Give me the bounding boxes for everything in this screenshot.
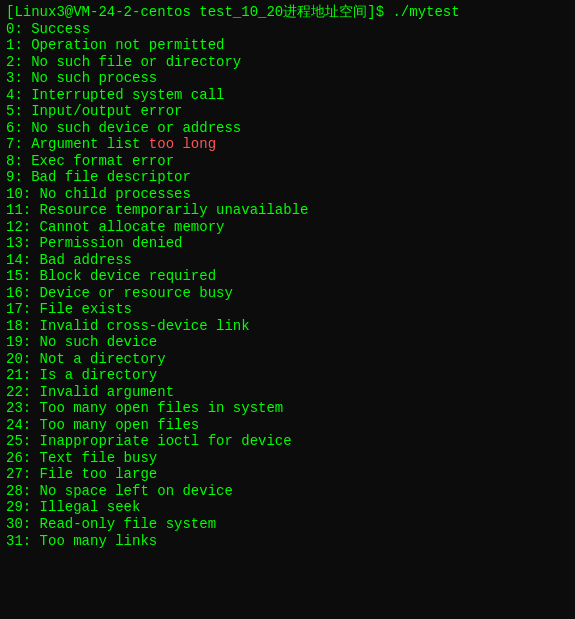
terminal-line: 4: Interrupted system call (6, 87, 569, 104)
line-number: 25: (6, 433, 40, 449)
line-number: 29: (6, 499, 40, 515)
line-number: 22: (6, 384, 40, 400)
line-content: Illegal seek (40, 499, 141, 515)
terminal-line: 30: Read-only file system (6, 516, 569, 533)
line-number: 31: (6, 533, 40, 549)
terminal-line: 11: Resource temporarily unavailable (6, 202, 569, 219)
line-number: 17: (6, 301, 40, 317)
terminal-line: 28: No space left on device (6, 483, 569, 500)
line-number: 24: (6, 417, 40, 433)
line-content: No such device (40, 334, 158, 350)
line-number: 0: (6, 21, 31, 37)
line-number: 6: (6, 120, 31, 136)
prompt-line: [Linux3@VM-24-2-centos test_10_20进程地址空间]… (6, 4, 569, 21)
line-number: 13: (6, 235, 40, 251)
terminal-line: 23: Too many open files in system (6, 400, 569, 417)
terminal-line: 8: Exec format error (6, 153, 569, 170)
line-content: File too large (40, 466, 158, 482)
terminal-line: 12: Cannot allocate memory (6, 219, 569, 236)
terminal-line: 6: No such device or address (6, 120, 569, 137)
line-content: Input/output error (31, 103, 182, 119)
line-content-highlight: too long (140, 136, 216, 152)
terminal-line: 24: Too many open files (6, 417, 569, 434)
line-number: 2: (6, 54, 31, 70)
terminal-line: 3: No such process (6, 70, 569, 87)
line-number: 28: (6, 483, 40, 499)
line-number: 8: (6, 153, 31, 169)
terminal-line: 15: Block device required (6, 268, 569, 285)
line-content: Resource temporarily unavailable (40, 202, 309, 218)
terminal-line: 25: Inappropriate ioctl for device (6, 433, 569, 450)
terminal-line: 29: Illegal seek (6, 499, 569, 516)
terminal-line: 9: Bad file descriptor (6, 169, 569, 186)
line-content: Invalid cross-device link (40, 318, 250, 334)
line-content: No space left on device (40, 483, 233, 499)
line-content: Exec format error (31, 153, 174, 169)
line-number: 20: (6, 351, 40, 367)
line-number: 4: (6, 87, 31, 103)
line-number: 1: (6, 37, 31, 53)
line-number: 16: (6, 285, 40, 301)
line-content: Device or resource busy (40, 285, 233, 301)
line-content: File exists (40, 301, 132, 317)
line-number: 18: (6, 318, 40, 334)
line-content: Bad address (40, 252, 132, 268)
terminal-line: 27: File too large (6, 466, 569, 483)
line-content: No such device or address (31, 120, 241, 136)
line-content: Too many open files (40, 417, 200, 433)
line-number: 30: (6, 516, 40, 532)
terminal-line: 31: Too many links (6, 533, 569, 550)
line-content: Bad file descriptor (31, 169, 191, 185)
line-content: No such process (31, 70, 157, 86)
line-number: 15: (6, 268, 40, 284)
line-content: Inappropriate ioctl for device (40, 433, 292, 449)
terminal-line: 5: Input/output error (6, 103, 569, 120)
line-number: 10: (6, 186, 40, 202)
terminal-line: 16: Device or resource busy (6, 285, 569, 302)
line-content: Argument list (31, 136, 140, 152)
terminal-line: 14: Bad address (6, 252, 569, 269)
line-number: 11: (6, 202, 40, 218)
terminal-line: 13: Permission denied (6, 235, 569, 252)
terminal-line: 1: Operation not permitted (6, 37, 569, 54)
line-content: Too many open files in system (40, 400, 284, 416)
line-number: 21: (6, 367, 40, 383)
line-content: No such file or directory (31, 54, 241, 70)
line-number: 26: (6, 450, 40, 466)
line-number: 5: (6, 103, 31, 119)
line-content: Read-only file system (40, 516, 216, 532)
terminal-line: 7: Argument list too long (6, 136, 569, 153)
line-number: 23: (6, 400, 40, 416)
terminal-container: [Linux3@VM-24-2-centos test_10_20进程地址空间]… (6, 4, 569, 549)
line-number: 19: (6, 334, 40, 350)
terminal-line: 26: Text file busy (6, 450, 569, 467)
terminal-line: 22: Invalid argument (6, 384, 569, 401)
line-number: 7: (6, 136, 31, 152)
terminal-line: 21: Is a directory (6, 367, 569, 384)
line-content: Permission denied (40, 235, 183, 251)
terminal-line: 19: No such device (6, 334, 569, 351)
line-content: No child processes (40, 186, 191, 202)
line-content: Text file busy (40, 450, 158, 466)
line-content: Is a directory (40, 367, 158, 383)
terminal-line: 18: Invalid cross-device link (6, 318, 569, 335)
line-number: 12: (6, 219, 40, 235)
line-number: 9: (6, 169, 31, 185)
terminal-line: 0: Success (6, 21, 569, 38)
terminal-line: 10: No child processes (6, 186, 569, 203)
line-content: Too many links (40, 533, 158, 549)
terminal-line: 17: File exists (6, 301, 569, 318)
line-content: Interrupted system call (31, 87, 224, 103)
line-number: 3: (6, 70, 31, 86)
terminal-line: 2: No such file or directory (6, 54, 569, 71)
line-content: Cannot allocate memory (40, 219, 225, 235)
line-number: 27: (6, 466, 40, 482)
line-content: Invalid argument (40, 384, 174, 400)
line-number: 14: (6, 252, 40, 268)
line-content: Not a directory (40, 351, 166, 367)
line-content: Success (31, 21, 90, 37)
terminal-line: 20: Not a directory (6, 351, 569, 368)
line-content: Block device required (40, 268, 216, 284)
line-content: Operation not permitted (31, 37, 224, 53)
